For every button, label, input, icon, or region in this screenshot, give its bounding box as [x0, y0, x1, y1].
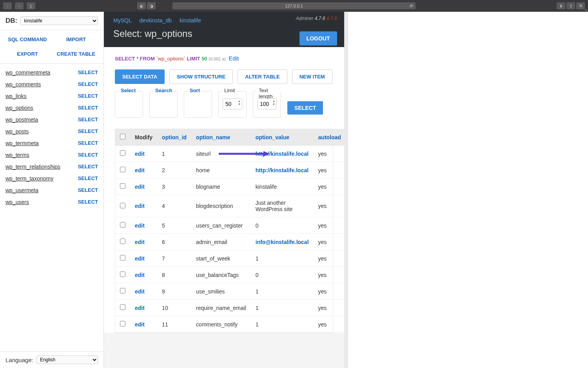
table-select-link[interactable]: SELECT	[78, 140, 98, 146]
table-select-link[interactable]: SELECT	[78, 69, 98, 76]
edit-link[interactable]: edit	[135, 305, 145, 311]
table-link[interactable]: wp_links	[5, 93, 27, 99]
table-select-link[interactable]: SELECT	[78, 187, 98, 193]
stepper-icon[interactable]: ▲▼	[272, 100, 275, 106]
share-icon[interactable]: ⇪	[566, 2, 575, 9]
row-checkbox[interactable]	[120, 222, 125, 228]
table-link[interactable]: wp_users	[5, 199, 29, 205]
row-checkbox[interactable]	[120, 271, 125, 277]
edit-query-link[interactable]: Edit	[229, 55, 239, 62]
download-icon[interactable]: ⬇	[557, 2, 565, 9]
sql-command-link[interactable]: SQL COMMAND	[5, 36, 49, 42]
logout-button[interactable]: LOGOUT	[299, 31, 337, 46]
table-select-link[interactable]: SELECT	[78, 164, 98, 170]
tab-select-data[interactable]: SELECT DATA	[115, 69, 165, 84]
cell-option-value: 0	[251, 217, 314, 234]
row-checkbox[interactable]	[120, 321, 125, 326]
cell-option-name: require_name_email	[191, 300, 251, 316]
tab-show-structure[interactable]: SHOW STRUCTURE	[169, 69, 233, 84]
row-checkbox[interactable]	[120, 288, 125, 293]
create-table-link[interactable]: CREATE TABLE	[54, 51, 98, 57]
edit-link[interactable]: edit	[135, 288, 145, 295]
export-link[interactable]: EXPORT	[5, 51, 49, 57]
filter-search-box[interactable]: Search	[149, 91, 178, 118]
table-select-link[interactable]: SELECT	[78, 199, 98, 205]
table-link[interactable]: wp_comments	[5, 81, 41, 87]
row-checkbox[interactable]	[120, 239, 125, 244]
table-link[interactable]: wp_usermeta	[5, 187, 38, 193]
cell-autoload: yes	[314, 316, 344, 333]
cell-option-value: 0	[251, 267, 314, 283]
row-checkbox[interactable]	[120, 183, 125, 189]
stepper-icon[interactable]: ▲▼	[238, 100, 241, 106]
table-select-link[interactable]: SELECT	[78, 93, 98, 99]
table-select-link[interactable]: SELECT	[78, 128, 98, 135]
reader-icon[interactable]: ◑	[147, 2, 156, 9]
edit-link[interactable]: edit	[135, 255, 145, 262]
row-checkbox[interactable]	[120, 255, 125, 261]
col-option-value[interactable]: option_value	[256, 134, 289, 140]
table-select-link[interactable]: SELECT	[78, 81, 98, 87]
tabs-icon[interactable]: ⧉	[576, 2, 585, 9]
row-checkbox[interactable]	[120, 304, 125, 310]
language-label: Language:	[5, 357, 33, 363]
refresh-icon[interactable]: ⟳	[410, 4, 413, 9]
tab-alter-table[interactable]: ALTER TABLE	[238, 69, 287, 84]
edit-link[interactable]: edit	[135, 239, 145, 245]
edit-link[interactable]: edit	[135, 151, 145, 157]
table-link[interactable]: wp_options	[5, 105, 33, 111]
back-button[interactable]: ‹	[3, 2, 12, 9]
edit-link[interactable]: edit	[135, 167, 145, 173]
cell-option-name: siteurl	[191, 146, 251, 162]
table-select-link[interactable]: SELECT	[78, 175, 98, 182]
table-link[interactable]: wp_termmeta	[5, 140, 39, 146]
forward-button[interactable]: ›	[15, 2, 24, 9]
import-link[interactable]: IMPORT	[54, 36, 98, 42]
language-select[interactable]: English	[36, 355, 98, 364]
shield-icon[interactable]: ◐	[137, 2, 146, 9]
db-select[interactable]: kinstalife	[20, 16, 98, 25]
cell-option-id: 1	[157, 146, 191, 162]
row-checkbox[interactable]	[120, 203, 125, 208]
url-bar[interactable]: 127.0.0.1 ⟳	[172, 2, 416, 9]
row-checkbox[interactable]	[120, 150, 125, 156]
edit-link[interactable]: edit	[135, 321, 145, 328]
table-select-link[interactable]: SELECT	[78, 105, 98, 111]
select-all-checkbox[interactable]	[120, 134, 125, 139]
edit-link[interactable]: edit	[135, 184, 145, 190]
sidebar-toggle-icon[interactable]: ▯	[27, 2, 35, 9]
adminer-version: Adminer 4.7.6 4.7.8	[296, 16, 337, 21]
row-checkbox[interactable]	[120, 167, 125, 172]
table-link[interactable]: wp_term_taxonomy	[5, 175, 53, 182]
cell-autoload: yes	[314, 217, 344, 234]
select-submit-button[interactable]: SELECT	[287, 101, 323, 115]
cell-option-value: Just another WordPress site	[251, 195, 314, 217]
content: SELECT * FROM `wp_options` LIMIT 50 (0.0…	[104, 47, 344, 333]
breadcrumb-server[interactable]: devkinsta_db	[140, 17, 172, 24]
table-link[interactable]: wp_terms	[5, 152, 29, 158]
filter-sort-box[interactable]: Sort	[184, 91, 212, 118]
sidebar-table-item: wp_usersSELECT	[0, 196, 103, 208]
col-option-name[interactable]: option_name	[196, 134, 230, 140]
breadcrumb-db[interactable]: kinstalife	[180, 17, 201, 24]
table-select-link[interactable]: SELECT	[78, 152, 98, 158]
filter-select-box[interactable]: Select	[115, 91, 143, 118]
value-link[interactable]: http://kinstalife.local	[256, 167, 309, 173]
table-link[interactable]: wp_postmeta	[5, 117, 38, 123]
cell-option-name: use_balanceTags	[191, 267, 251, 283]
table-link[interactable]: wp_commentmeta	[5, 69, 50, 76]
table-select-link[interactable]: SELECT	[78, 117, 98, 123]
breadcrumb-mysql[interactable]: MySQL	[113, 17, 132, 24]
col-option-id[interactable]: option_id	[162, 134, 187, 140]
table-link[interactable]: wp_term_relationships	[5, 164, 60, 170]
value-link[interactable]: info@kinstalife.local	[256, 239, 309, 245]
table-link[interactable]: wp_posts	[5, 128, 29, 135]
tab-new-item[interactable]: NEW ITEM	[292, 69, 332, 84]
edit-link[interactable]: edit	[135, 272, 145, 278]
new-tab-icon[interactable]: +	[584, 7, 587, 13]
svg-marker-1	[263, 151, 270, 157]
col-autoload[interactable]: autoload	[318, 134, 341, 140]
edit-link[interactable]: edit	[135, 222, 145, 229]
edit-link[interactable]: edit	[135, 203, 145, 209]
cell-option-value: 1	[251, 316, 314, 333]
